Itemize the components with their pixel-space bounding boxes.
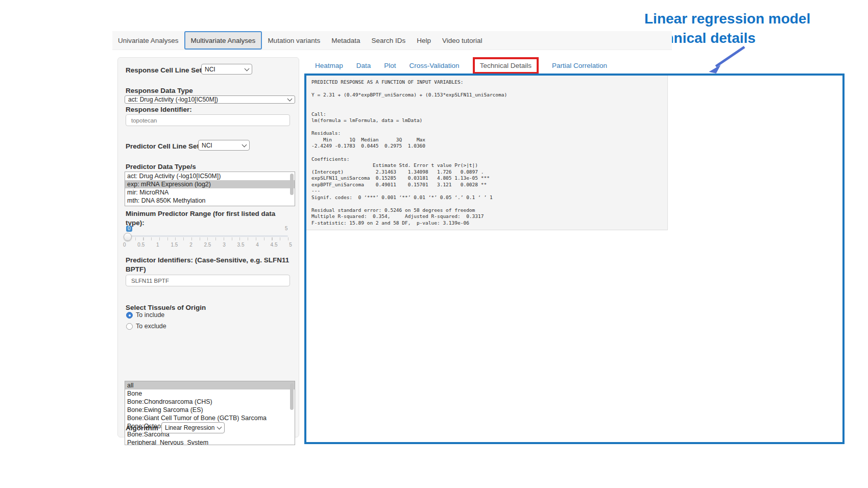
nav-tab-multivariate-analyses[interactable]: Multivariate Analyses xyxy=(184,31,262,50)
list-item[interactable]: Bone xyxy=(125,389,295,398)
list-item[interactable]: Bone:Chondrosarcoma (CHS) xyxy=(125,398,295,406)
list-item[interactable]: all xyxy=(125,381,295,389)
response-identifier-value: topotecan xyxy=(131,117,157,124)
predictor-cell-line-set-select[interactable]: NCI xyxy=(198,140,250,151)
response-identifier-input[interactable]: topotecan xyxy=(126,114,290,126)
list-item[interactable]: Peripheral_Nervous_System xyxy=(125,438,295,445)
tick-label: 0 xyxy=(123,242,126,248)
tab-plot[interactable]: Plot xyxy=(384,62,396,69)
response-cell-line-set-select[interactable]: NCI xyxy=(201,64,252,75)
predictor-identifiers-input[interactable]: SLFN11 BPTF xyxy=(126,275,290,286)
min-predictor-range-label: Minimum Predictor Range (for first liste… xyxy=(126,209,275,218)
radio-exclude-label: To exclude xyxy=(136,323,166,330)
annotation-line1: Linear regression model xyxy=(644,9,859,29)
nav-tab-help[interactable]: Help xyxy=(411,31,437,50)
predictor-identifiers-value: SLFN11 BPTF xyxy=(131,278,169,284)
tick-label: 2.5 xyxy=(204,242,211,248)
slider-tick-labels: 0 0.5 1 1.5 2 2.5 3 3.5 4 4.5 5 xyxy=(123,242,292,248)
list-item[interactable]: Bone:Giant Cell Tumor of Bone (GCTB) Sar… xyxy=(125,414,295,422)
tick-label: 2 xyxy=(189,242,192,248)
algorithm-select[interactable]: Linear Regression xyxy=(161,422,225,433)
algorithm-value: Linear Regression xyxy=(165,424,214,431)
top-navbar: Univariate Analyses Multivariate Analyse… xyxy=(112,31,672,50)
radio-selected-icon xyxy=(126,312,133,319)
tab-heatmap[interactable]: Heatmap xyxy=(315,62,343,69)
slider-value-badge: 0 xyxy=(126,226,132,232)
app-canvas: Linear regression model technical detail… xyxy=(0,0,868,488)
nav-tab-video-tutorial[interactable]: Video tutorial xyxy=(437,31,488,50)
predictor-range-slider-handle[interactable] xyxy=(124,233,132,241)
list-item[interactable]: mth: DNA 850K Methylation xyxy=(125,197,295,205)
red-highlight-box: Technical Details xyxy=(473,57,539,74)
slider-tick-marks xyxy=(127,237,288,240)
radio-to-exclude[interactable]: To exclude xyxy=(126,323,166,330)
predictor-identifiers-label2: BPTF) xyxy=(126,265,146,274)
response-cell-line-set-label: Response Cell Line Set xyxy=(126,66,202,75)
nav-tab-metadata[interactable]: Metadata xyxy=(326,31,366,50)
tick-label: 1.5 xyxy=(171,242,178,248)
tab-cross-validation[interactable]: Cross-Validation xyxy=(409,62,460,69)
tick-label: 1 xyxy=(156,242,159,248)
chevron-down-icon xyxy=(217,425,222,430)
list-item[interactable]: mir: MicroRNA xyxy=(125,188,295,197)
chevron-down-icon xyxy=(287,96,293,102)
list-item[interactable]: Bone:Ewing Sarcoma (ES) xyxy=(125,406,295,414)
predictor-range-slider-track[interactable] xyxy=(127,235,288,237)
nav-tab-search-ids[interactable]: Search IDs xyxy=(366,31,411,50)
tick-label: 3 xyxy=(223,242,226,248)
tab-technical-details[interactable]: Technical Details xyxy=(480,62,532,69)
response-data-type-label: Response Data Type xyxy=(126,86,193,95)
predictor-identifiers-label: Predictor Identifiers: (Case-Sensitive, … xyxy=(126,256,289,265)
radio-include-label: To include xyxy=(136,311,164,319)
chevron-down-icon xyxy=(245,66,250,71)
predictor-cell-line-set-label: Predictor Cell Line Set xyxy=(126,142,199,151)
tab-data[interactable]: Data xyxy=(356,62,371,69)
radio-unselected-icon xyxy=(126,323,133,330)
predictor-data-types-label: Predictor Data Type/s xyxy=(126,162,196,172)
response-data-type-value: act: Drug Activity (-log10[IC50M]) xyxy=(128,96,218,103)
chevron-down-icon xyxy=(242,142,247,147)
predictor-data-types-listbox: act: Drug Activity (-log10[IC50M]) exp: … xyxy=(125,172,295,206)
tick-label: 3.5 xyxy=(237,242,245,248)
sidebar-panel: Response Cell Line Set NCI Response Data… xyxy=(117,57,299,437)
tissue-listbox: all Bone Bone:Chondrosarcoma (CHS) Bone:… xyxy=(125,381,295,445)
predictor-cell-line-set-value: NCI xyxy=(202,142,212,149)
annotation-title: Linear regression model technical detail… xyxy=(644,9,859,48)
response-cell-line-set-value: NCI xyxy=(205,66,215,73)
radio-to-include[interactable]: To include xyxy=(126,311,164,319)
list-item[interactable]: exp: mRNA Expression (log2) xyxy=(125,180,295,188)
tick-label: 4 xyxy=(256,242,259,248)
tick-label: 5 xyxy=(289,242,292,248)
response-identifier-label: Response Identifier: xyxy=(126,105,192,114)
tick-label: 0.5 xyxy=(137,242,144,248)
results-panel: PREDICTED RESPONSE AS A FUNCTION OF INPU… xyxy=(304,74,845,444)
response-data-type-select[interactable]: act: Drug Activity (-log10[IC50M]) xyxy=(125,95,295,104)
slider-max-label: 5 xyxy=(285,226,288,231)
scrollbar-thumb[interactable] xyxy=(290,383,294,410)
annotation-arrow-icon xyxy=(700,43,751,76)
result-tabs: Heatmap Data Plot Cross-Validation Techn… xyxy=(315,56,607,75)
nav-tab-mutation-variants[interactable]: Mutation variants xyxy=(262,31,326,50)
scrollbar-thumb[interactable] xyxy=(290,174,294,195)
tick-label: 4.5 xyxy=(271,242,278,248)
annotation-line2: technical details xyxy=(644,29,859,48)
nav-tab-univariate-analyses[interactable]: Univariate Analyses xyxy=(112,31,184,50)
algorithm-label: Algorithm xyxy=(126,424,158,433)
technical-details-output: PREDICTED RESPONSE AS A FUNCTION OF INPU… xyxy=(306,76,668,230)
list-item[interactable]: act: Drug Activity (-log10[IC50M]) xyxy=(125,172,295,180)
tab-partial-correlation[interactable]: Partial Correlation xyxy=(552,62,607,69)
